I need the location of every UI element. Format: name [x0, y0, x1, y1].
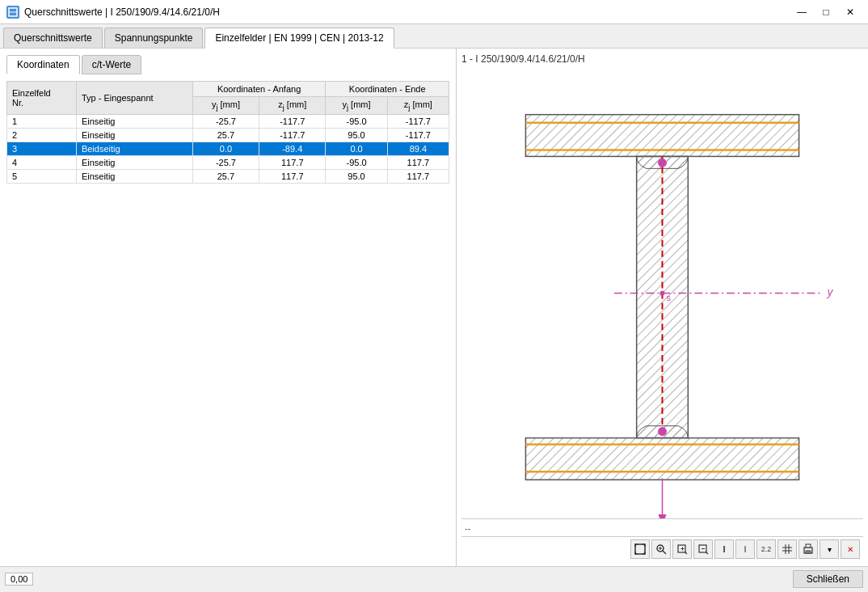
tab-ct-werte[interactable]: c/t-Werte [82, 55, 141, 74]
tab-koordinaten[interactable]: Koordinaten [6, 55, 80, 74]
svg-rect-46 [806, 544, 811, 548]
cell-nr: 2 [7, 129, 77, 142]
cell-yj-ende: 95.0 [326, 129, 387, 142]
cell-yj-ende: -95.0 [326, 115, 387, 129]
zoom-in-button[interactable] [672, 539, 692, 559]
col-header-zj-ende: zj [mm] [387, 97, 449, 115]
numbering-button[interactable]: 2.2 [756, 539, 776, 559]
cell-typ: Einseitig [76, 115, 192, 129]
panel-status-text: -- [461, 518, 863, 536]
table-row[interactable]: 3 Beidseitig 0.0 -89.4 0.0 89.4 [7, 142, 449, 156]
beam-canvas-area: y z z s [461, 68, 863, 518]
cell-nr: 1 [7, 115, 77, 129]
main-content: Koordinaten c/t-Werte EinzelfeldNr. Typ … [0, 49, 868, 566]
close-window-button[interactable]: ✕ [839, 3, 862, 21]
main-tab-bar: Querschnittswerte Spannungspunkte Einzel… [0, 24, 868, 49]
svg-rect-47 [806, 551, 811, 553]
grid-button[interactable] [777, 539, 797, 559]
col-header-anfang: Koordinaten - Anfang [192, 82, 326, 97]
col-header-yj-anfang: yj [mm] [192, 97, 259, 115]
cell-zj-ende: 89.4 [387, 142, 449, 156]
delete-button[interactable]: ✕ [841, 539, 860, 559]
cell-nr: 5 [7, 170, 77, 184]
table-row[interactable]: 5 Einseitig 25.7 117.7 95.0 117.7 [7, 170, 449, 184]
cell-nr: 3 [7, 142, 77, 156]
cell-typ: Beidseitig [76, 142, 192, 156]
window-controls: — □ ✕ [790, 3, 862, 21]
cell-nr: 4 [7, 156, 77, 170]
app-icon [6, 6, 19, 19]
cell-zj-anfang: -117.7 [259, 115, 326, 129]
cell-typ: Einseitig [76, 156, 192, 170]
table-row[interactable]: 2 Einseitig 25.7 -117.7 95.0 -117.7 [7, 129, 449, 142]
cell-yj-ende: 95.0 [326, 170, 387, 184]
cell-zj-anfang: 117.7 [259, 170, 326, 184]
cell-typ: Einseitig [76, 170, 192, 184]
status-left: 0,00 [5, 573, 33, 586]
svg-text:y: y [826, 285, 833, 298]
section-title: 1 - I 250/190/9.4/14.6/21/0/H [461, 53, 863, 65]
minimize-button[interactable]: — [790, 3, 813, 21]
print-dropdown-button[interactable]: ▾ [820, 539, 839, 559]
svg-marker-16 [659, 514, 667, 518]
cell-yj-anfang: -25.7 [192, 156, 259, 170]
text-tool-button[interactable]: I [714, 539, 734, 559]
svg-point-12 [659, 428, 667, 436]
svg-rect-21 [635, 544, 645, 554]
zoom-fit-button[interactable] [630, 539, 650, 559]
cell-yj-anfang: 0.0 [192, 142, 259, 156]
status-bar: 0,00 Schließen [0, 566, 868, 590]
einzelfelder-table: EinzelfeldNr. Typ - Eingespannt Koordina… [6, 81, 449, 184]
sub-tab-bar: Koordinaten c/t-Werte [6, 55, 449, 74]
cell-yj-anfang: -25.7 [192, 115, 259, 129]
maximize-button[interactable]: □ [815, 3, 837, 21]
print-button[interactable] [798, 539, 818, 559]
col-header-ende: Koordinaten - Ende [326, 82, 449, 97]
zoom-out-button[interactable] [693, 539, 713, 559]
right-panel: 1 - I 250/190/9.4/14.6/21/0/H [457, 49, 868, 566]
panel-toolbar: I I 2.2 ▾ ✕ [461, 536, 863, 561]
table-row[interactable]: 4 Einseitig -25.7 117.7 -95.0 117.7 [7, 156, 449, 170]
cell-zj-ende: 117.7 [387, 156, 449, 170]
coordinate-value: 0,00 [5, 573, 33, 586]
svg-point-11 [659, 159, 667, 167]
data-table-container: EinzelfeldNr. Typ - Eingespannt Koordina… [6, 81, 449, 560]
cell-zj-anfang: 117.7 [259, 156, 326, 170]
table-row[interactable]: 1 Einseitig -25.7 -117.7 -95.0 -117.7 [7, 115, 449, 129]
col-header-typ: Typ - Eingespannt [76, 82, 192, 115]
tab-querschnittswerte[interactable]: Querschnittswerte [3, 27, 103, 48]
measure-tool-button[interactable]: I [735, 539, 755, 559]
zoom-window-button[interactable] [651, 539, 671, 559]
cell-zj-anfang: -117.7 [259, 129, 326, 142]
col-header-yj-ende: yj [mm] [326, 97, 387, 115]
tab-spannungspunkte[interactable]: Spannungspunkte [104, 27, 204, 48]
cell-yj-anfang: 25.7 [192, 129, 259, 142]
col-header-nr: EinzelfeldNr. [7, 82, 77, 115]
svg-line-31 [663, 551, 666, 554]
cell-zj-anfang: -89.4 [259, 142, 326, 156]
title-bar: Querschnittswerte | I 250/190/9.4/14.6/2… [0, 0, 868, 24]
svg-point-19 [660, 291, 665, 296]
cell-zj-ende: -117.7 [387, 129, 449, 142]
cell-typ: Einseitig [76, 129, 192, 142]
col-header-zj-anfang: zj [mm] [259, 97, 326, 115]
cell-zj-ende: -117.7 [387, 115, 449, 129]
cell-yj-ende: -95.0 [326, 156, 387, 170]
left-panel: Koordinaten c/t-Werte EinzelfeldNr. Typ … [0, 49, 457, 566]
cell-yj-ende: 0.0 [326, 142, 387, 156]
svg-text:s: s [666, 293, 671, 302]
close-dialog-button[interactable]: Schließen [793, 570, 863, 588]
cell-yj-anfang: 25.7 [192, 170, 259, 184]
tab-einzelfelder[interactable]: Einzelfelder | EN 1999 | CEN | 2013-12 [204, 27, 394, 49]
cell-zj-ende: 117.7 [387, 170, 449, 184]
window-title: Querschnittswerte | I 250/190/9.4/14.6/2… [24, 6, 220, 18]
